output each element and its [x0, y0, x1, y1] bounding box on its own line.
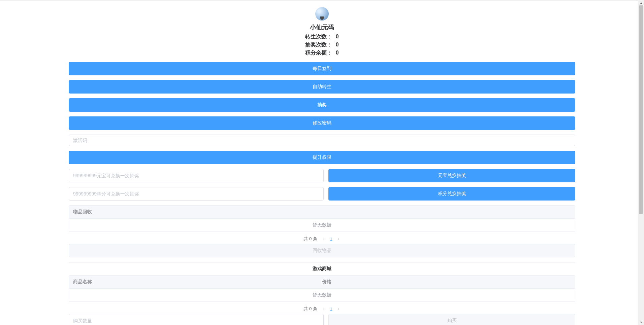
- scroll-up-icon[interactable]: ▴: [638, 0, 644, 5]
- stat-points: 积分余额： 0: [69, 49, 575, 57]
- main-container: 小仙元码 转生次数： 0 抽奖次数： 0 积分余额： 0 每日签到 自助转生 抽…: [66, 1, 578, 325]
- mall-col-name: 商品名称: [73, 279, 322, 285]
- mall-table-header: 商品名称 价格: [69, 276, 575, 289]
- scroll-down-icon[interactable]: ▾: [638, 320, 644, 325]
- purchase-row: 购买: [69, 314, 575, 325]
- recycle-table-header: 物品回收: [69, 206, 575, 219]
- purchase-qty-input[interactable]: [69, 314, 324, 325]
- mall-page-num[interactable]: 1: [328, 306, 333, 312]
- recycle-pagination: 共 0 条 ‹ 1 ›: [69, 234, 575, 244]
- points-exchange-button[interactable]: 积分兑换抽奖: [328, 187, 575, 201]
- stat-rebirth: 转生次数： 0: [69, 33, 575, 41]
- stat-lottery: 抽奖次数： 0: [69, 41, 575, 49]
- self-rebirth-button[interactable]: 自助转生: [69, 80, 575, 94]
- stat-points-value: 0: [336, 49, 339, 57]
- stat-lottery-label: 抽奖次数：: [305, 41, 332, 49]
- recycle-table: 物品回收 暂无数据: [69, 205, 575, 232]
- recycle-item-button: 回收物品: [69, 244, 575, 257]
- mall-table: 商品名称 价格 暂无数据: [69, 275, 575, 302]
- yuanbao-exchange-row: 元宝兑换抽奖: [69, 169, 575, 182]
- recycle-table-empty: 暂无数据: [69, 219, 575, 231]
- mall-table-empty: 暂无数据: [69, 289, 575, 301]
- mall-total: 共 0 条: [303, 306, 317, 311]
- points-input[interactable]: [69, 187, 324, 201]
- yuanbao-input[interactable]: [69, 169, 324, 182]
- recycle-col-header: 物品回收: [73, 209, 571, 215]
- scrollbar-thumb[interactable]: [639, 5, 643, 214]
- recycle-next-icon[interactable]: ›: [336, 237, 341, 241]
- header-section: 小仙元码 转生次数： 0 抽奖次数： 0 积分余额： 0: [69, 4, 575, 62]
- yuanbao-exchange-button[interactable]: 元宝兑换抽奖: [328, 169, 575, 182]
- stat-rebirth-value: 0: [336, 33, 339, 41]
- stat-lottery-value: 0: [336, 41, 339, 49]
- change-password-button[interactable]: 修改密码: [69, 116, 575, 130]
- mall-pagination: 共 0 条 ‹ 1 ›: [69, 304, 575, 314]
- vertical-scrollbar[interactable]: ▴ ▾: [638, 0, 644, 325]
- stat-rebirth-label: 转生次数：: [305, 33, 332, 41]
- mall-title: 游戏商城: [69, 262, 575, 275]
- upgrade-permission-button[interactable]: 提升权限: [69, 151, 575, 164]
- mall-next-icon[interactable]: ›: [336, 306, 341, 311]
- user-avatar: [315, 7, 329, 21]
- mall-col-price: 价格: [322, 279, 571, 285]
- points-exchange-row: 积分兑换抽奖: [69, 187, 575, 201]
- username-label: 小仙元码: [69, 23, 575, 31]
- mall-prev-icon[interactable]: ‹: [322, 306, 326, 311]
- purchase-button: 购买: [328, 314, 575, 325]
- recycle-page-num[interactable]: 1: [328, 237, 333, 242]
- lottery-button[interactable]: 抽奖: [69, 98, 575, 112]
- recycle-prev-icon[interactable]: ‹: [322, 237, 326, 241]
- stat-points-label: 积分余额：: [305, 49, 332, 57]
- daily-signin-button[interactable]: 每日签到: [69, 62, 575, 75]
- activation-code-input[interactable]: [69, 135, 575, 146]
- recycle-total: 共 0 条: [303, 236, 317, 241]
